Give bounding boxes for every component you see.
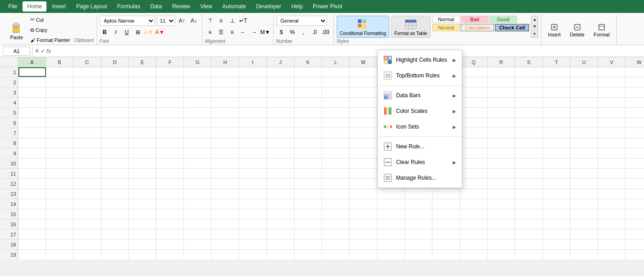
grid-cell[interactable] (129, 148, 156, 158)
grid-cell[interactable] (18, 179, 46, 188)
align-bottom-button[interactable]: ⊥ (227, 16, 237, 26)
grid-cell[interactable] (322, 98, 350, 107)
grid-cell[interactable] (543, 159, 570, 168)
grid-cell[interactable] (598, 229, 626, 239)
font-color-button[interactable]: A▼ (155, 27, 165, 37)
grid-cell[interactable] (18, 148, 46, 158)
grid-cell[interactable] (239, 169, 267, 178)
grid-cell[interactable] (515, 128, 543, 138)
decrease-font-size-button[interactable]: A↓ (189, 16, 199, 26)
grid-cell[interactable] (101, 189, 129, 199)
col-header-i[interactable]: I (239, 57, 267, 67)
grid-cell[interactable] (267, 118, 294, 128)
grid-cell[interactable] (101, 169, 129, 178)
grid-cell[interactable] (515, 88, 543, 97)
format-as-table-button[interactable]: Format as Table (391, 16, 431, 38)
grid-cell[interactable] (598, 98, 626, 107)
grid-cell[interactable] (626, 118, 644, 128)
normal-style[interactable]: Normal (432, 16, 460, 23)
increase-decimal-button[interactable]: .00 (321, 27, 331, 37)
grid-cell[interactable] (74, 88, 101, 97)
grid-cell[interactable] (322, 169, 350, 178)
grid-cell[interactable] (350, 209, 377, 219)
calculation-style[interactable]: Calculation (461, 24, 494, 31)
grid-cell[interactable] (294, 98, 322, 107)
grid-cell[interactable] (129, 169, 156, 178)
grid-cell[interactable] (212, 250, 239, 259)
grid-cell[interactable] (350, 88, 377, 97)
grid-cell[interactable] (129, 240, 156, 249)
align-left-button[interactable]: ≡ (205, 27, 215, 37)
col-header-h[interactable]: H (212, 57, 239, 67)
grid-cell[interactable] (570, 250, 598, 259)
grid-cell[interactable] (350, 77, 377, 87)
grid-cell[interactable] (18, 199, 46, 209)
menu-developer[interactable]: Developer (252, 1, 286, 12)
cut-button[interactable]: ✂ Cut (29, 16, 72, 23)
menu-automate[interactable]: Automate (218, 1, 250, 12)
grid-cell[interactable] (626, 219, 644, 229)
menu-view[interactable]: View (196, 1, 217, 12)
grid-cell[interactable] (570, 77, 598, 87)
merge-center-button[interactable]: M▼ (260, 27, 270, 37)
grid-cell[interactable] (322, 148, 350, 158)
grid-cell[interactable] (101, 148, 129, 158)
grid-cell[interactable] (129, 67, 156, 77)
grid-cell[interactable] (322, 250, 350, 259)
grid-cell[interactable] (129, 250, 156, 259)
grid-cell[interactable] (239, 159, 267, 168)
grid-cell[interactable] (267, 148, 294, 158)
grid-cell[interactable] (74, 229, 101, 239)
percent-button[interactable]: % (288, 27, 298, 37)
menu-page-layout[interactable]: Page Layout (71, 1, 111, 12)
grid-cell[interactable] (405, 240, 432, 249)
grid-cell[interactable] (184, 199, 212, 209)
grid-cell[interactable] (101, 179, 129, 188)
grid-cell[interactable] (129, 138, 156, 148)
grid-cell[interactable] (432, 199, 460, 209)
grid-cell[interactable] (350, 199, 377, 209)
grid-cell[interactable] (598, 128, 626, 138)
grid-cell[interactable] (377, 250, 405, 259)
grid-cell[interactable] (239, 219, 267, 229)
grid-cell[interactable] (18, 118, 46, 128)
grid-cell[interactable] (543, 219, 570, 229)
grid-cell[interactable] (488, 118, 515, 128)
paste-button[interactable]: Paste (6, 16, 27, 44)
grid-cell[interactable] (74, 77, 101, 87)
grid-cell[interactable] (460, 67, 488, 77)
grid-cell[interactable] (156, 179, 184, 188)
grid-cell[interactable] (598, 108, 626, 117)
grid-cell[interactable] (294, 199, 322, 209)
grid-cell[interactable] (267, 169, 294, 178)
grid-cell[interactable] (350, 148, 377, 158)
grid-cell[interactable] (46, 138, 74, 148)
grid-cell[interactable] (598, 77, 626, 87)
grid-cell[interactable] (515, 108, 543, 117)
grid-cell[interactable] (460, 77, 488, 87)
grid-cell[interactable] (515, 199, 543, 209)
check-cell-style[interactable]: Check Cell (495, 24, 529, 31)
grid-cell[interactable] (294, 118, 322, 128)
grid-cell[interactable] (350, 240, 377, 249)
grid-cell[interactable] (18, 138, 46, 148)
grid-cell[interactable] (570, 108, 598, 117)
grid-cell[interactable] (460, 138, 488, 148)
grid-cell[interactable] (239, 108, 267, 117)
grid-cell[interactable] (18, 189, 46, 199)
grid-cell[interactable] (212, 88, 239, 97)
grid-cell[interactable] (212, 219, 239, 229)
grid-cell[interactable] (239, 98, 267, 107)
grid-cell[interactable] (626, 77, 644, 87)
grid-cell[interactable] (488, 219, 515, 229)
grid-cell[interactable] (212, 169, 239, 178)
grid-cell[interactable] (184, 138, 212, 148)
grid-cell[interactable] (543, 98, 570, 107)
grid-cell[interactable] (626, 88, 644, 97)
grid-cell[interactable] (570, 189, 598, 199)
grid-cell[interactable] (543, 88, 570, 97)
grid-cell[interactable] (322, 118, 350, 128)
grid-cell[interactable] (212, 148, 239, 158)
grid-cell[interactable] (515, 219, 543, 229)
col-header-j[interactable]: J (267, 57, 294, 67)
